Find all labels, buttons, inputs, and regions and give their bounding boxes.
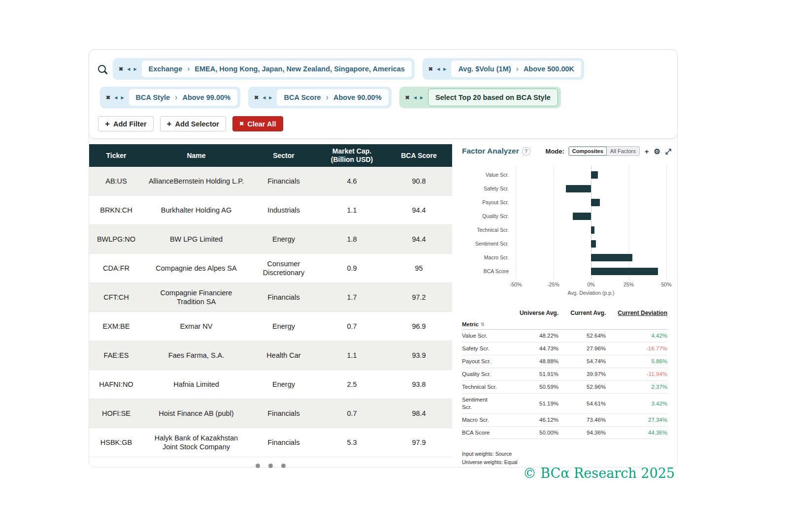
- deviation-chart: Value Scr.Safety Scr.Payout Scr.Quality …: [462, 168, 677, 296]
- selector-chip[interactable]: ✖◀▶Select Top 20 based on BCA Style: [399, 87, 561, 108]
- cell-sector: Energy: [249, 312, 318, 341]
- cell-bca-score: 90.8: [386, 167, 452, 195]
- current-deviation-header[interactable]: Current Deviation: [606, 310, 667, 316]
- cell-sector: Energy: [249, 370, 318, 399]
- metric-name: Value Scr.: [462, 332, 511, 340]
- table-row-hsbk-gb[interactable]: HSBK:GBHalyk Bank of Kazakhstan Joint St…: [89, 428, 452, 457]
- table-row-cda-fr[interactable]: CDA:FRCompagnie des Alpes SAConsumer Dis…: [89, 254, 452, 283]
- metric-row-value-scr: Value Scr.48.22%52.64%4.42%: [462, 330, 667, 343]
- cell-ticker: CDA:FR: [89, 254, 143, 282]
- metric-row-payout-scr: Payout Scr.48.88%54.74%5.86%: [462, 355, 667, 368]
- chevron-right-icon[interactable]: ▶: [120, 95, 125, 100]
- pagination-dot[interactable]: [281, 464, 286, 468]
- app-canvas: ✖◀▶Exchange›EMEA, Hong Kong, Japan, New …: [0, 0, 788, 532]
- cell-name: AllianceBernstein Holding L.P.: [143, 167, 249, 195]
- chevron-left-icon[interactable]: ◀: [126, 67, 131, 71]
- filter-chip-bca-score[interactable]: ✖◀▶BCA Score›Above 90.00%: [248, 87, 392, 108]
- input-weights-note: Input weights: Source: [462, 450, 677, 458]
- expand-icon[interactable]: ⤢: [665, 148, 671, 155]
- help-icon[interactable]: ?: [522, 147, 530, 156]
- remove-chip-icon[interactable]: ✖: [404, 94, 411, 101]
- chip-value[interactable]: Above 500.00K: [524, 65, 574, 73]
- metrics-table-header: Metric ⇅ Universe Avg. Current Avg. Curr…: [462, 310, 667, 330]
- column-header-ticker[interactable]: Ticker: [89, 144, 143, 167]
- remove-chip-icon[interactable]: ✖: [104, 94, 112, 101]
- current-avg-header[interactable]: Current Avg.: [558, 310, 606, 316]
- remove-chip-icon[interactable]: ✖: [253, 94, 260, 101]
- column-header-market-cap-billion-usd[interactable]: Market Cap. (Billion USD): [318, 144, 386, 167]
- chip-value[interactable]: Above 90.00%: [333, 94, 382, 101]
- selector-label: Select Top 20 based on BCA Style: [435, 94, 551, 101]
- table-row-hafni-no[interactable]: HAFNI:NOHafnia LimitedEnergy2.593.8: [89, 370, 452, 399]
- cell-name: Compagnie Financiere Tradition SA: [143, 283, 249, 312]
- cell-name: Hafnia Limited: [143, 370, 249, 399]
- current-deviation-value: 3.42%: [606, 401, 667, 407]
- current-avg-value: 73.46%: [558, 417, 606, 423]
- column-header-name[interactable]: Name: [143, 144, 249, 167]
- plus-icon: +: [105, 120, 110, 128]
- add-filter-label: Add Filter: [113, 120, 147, 128]
- table-row-hofi-se[interactable]: HOFI:SEHoist Finance AB (publ)Financials…: [89, 399, 452, 428]
- pagination-dot[interactable]: [256, 464, 260, 468]
- clear-all-button[interactable]: ✖ Clear All: [232, 116, 283, 131]
- chart-bar-technical-scr[interactable]: [591, 226, 594, 234]
- column-header-sector[interactable]: Sector: [249, 144, 318, 167]
- clear-all-label: Clear All: [247, 120, 276, 128]
- chevron-left-icon[interactable]: ◀: [262, 95, 266, 100]
- chevron-left-icon[interactable]: ◀: [436, 67, 441, 71]
- screener-panel: ✖◀▶Exchange›EMEA, Hong Kong, Japan, New …: [89, 49, 678, 468]
- add-selector-button[interactable]: + Add Selector: [160, 116, 226, 131]
- table-row-fae-es[interactable]: FAE:ESFaes Farma, S.A.Health Car1.193.9: [89, 341, 452, 370]
- cell-name: Faes Farma, S.A.: [143, 341, 249, 370]
- cell-name: Hoist Finance AB (publ): [143, 399, 249, 428]
- table-row-exm-be[interactable]: EXM:BEExmar NVEnergy0.796.9: [89, 312, 452, 341]
- chart-bar-bca-score[interactable]: [591, 268, 658, 275]
- chart-bar-value-scr[interactable]: [591, 171, 598, 179]
- table-row-bwlpg-no[interactable]: BWLPG:NOBW LPG LimitedEnergy1.894.4: [89, 225, 452, 254]
- current-avg-value: 27.96%: [558, 345, 606, 351]
- chart-bar-safety-scr[interactable]: [566, 185, 591, 192]
- pagination-dot[interactable]: [268, 464, 273, 468]
- chart-category-label: Technical Scr.: [462, 223, 509, 237]
- chart-bar-macro-scr[interactable]: [591, 254, 632, 261]
- cell-ticker: EXM:BE: [89, 312, 143, 341]
- cell-bca-score: 96.9: [386, 312, 452, 341]
- chevron-right-icon[interactable]: ▶: [419, 95, 424, 100]
- cell-market-cap: 1.1: [318, 196, 386, 224]
- pagination-dots: [89, 457, 452, 468]
- chart-bar-payout-scr[interactable]: [591, 199, 600, 206]
- chip-value[interactable]: EMEA, Hong Kong, Japan, New Zealand, Sin…: [195, 65, 405, 73]
- remove-chip-icon[interactable]: ✖: [117, 66, 125, 72]
- chevron-right-icon[interactable]: ▶: [268, 95, 273, 100]
- add-filter-button[interactable]: + Add Filter: [98, 116, 154, 131]
- table-row-ab-us[interactable]: AB:USAllianceBernstein Holding L.P.Finan…: [89, 167, 452, 196]
- clear-icon: ✖: [239, 121, 244, 126]
- cell-bca-score: 93.9: [386, 341, 452, 370]
- settings-gear-icon[interactable]: ⚙: [654, 148, 660, 155]
- mode-option-composites[interactable]: Composites: [569, 147, 607, 156]
- metric-column-header[interactable]: Metric ⇅: [462, 321, 511, 327]
- metric-row-quality-scr: Quality Scr.51.91%39.97%-11.94%: [462, 368, 667, 381]
- universe-avg-value: 50.00%: [511, 430, 558, 436]
- search-icon[interactable]: [98, 65, 108, 75]
- chevron-left-icon[interactable]: ◀: [113, 95, 118, 100]
- column-header-bca-score[interactable]: BCA Score: [386, 144, 452, 167]
- remove-chip-icon[interactable]: ✖: [427, 66, 434, 72]
- chevron-right-icon[interactable]: ▶: [132, 67, 137, 71]
- universe-avg-header[interactable]: Universe Avg.: [511, 310, 558, 316]
- table-row-cft-ch[interactable]: CFT:CHCompagnie Financiere Tradition SAF…: [89, 283, 452, 312]
- stock-table: TickerNameSectorMarket Cap. (Billion USD…: [89, 144, 452, 468]
- chevron-right-icon[interactable]: ▶: [442, 67, 447, 71]
- chip-value[interactable]: Above 99.00%: [182, 94, 230, 101]
- chevron-left-icon[interactable]: ◀: [413, 95, 418, 100]
- add-icon[interactable]: +: [645, 148, 649, 155]
- metric-row-safety-scr: Safety Scr.44.73%27.96%-16.77%: [462, 343, 667, 355]
- add-selector-label: Add Selector: [175, 120, 219, 128]
- chart-bar-sentiment-scr[interactable]: [591, 240, 596, 248]
- mode-option-all-factors[interactable]: All Factors: [607, 147, 639, 156]
- filter-chip-avg-volu-1m[interactable]: ✖◀▶Avg. $Volu (1M)›Above 500.00K: [423, 58, 584, 80]
- chart-bar-quality-scr[interactable]: [573, 213, 591, 220]
- filter-chip-exchange[interactable]: ✖◀▶Exchange›EMEA, Hong Kong, Japan, New …: [113, 58, 415, 80]
- table-row-brkn-ch[interactable]: BRKN:CHBurkhalter Holding AGIndustrials1…: [89, 196, 452, 225]
- filter-chip-bca-style[interactable]: ✖◀▶BCA Style›Above 99.00%: [100, 87, 240, 108]
